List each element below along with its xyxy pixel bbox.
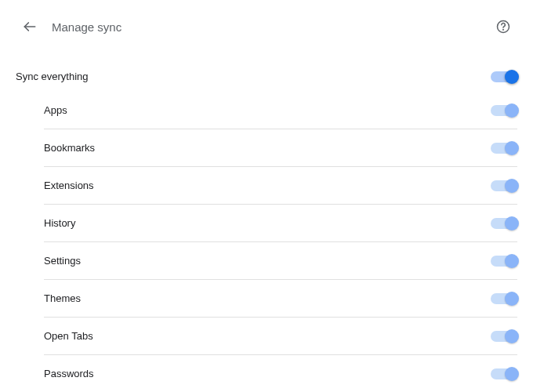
sync-everything-row: Sync everything (16, 61, 517, 92)
help-button[interactable] (489, 13, 517, 41)
sync-item-toggle[interactable] (491, 143, 517, 154)
sync-item-label: History (44, 217, 75, 229)
sync-item-bookmarks: Bookmarks (44, 129, 517, 167)
sync-item-apps: Apps (44, 92, 517, 129)
sync-item-toggle[interactable] (491, 256, 517, 267)
sync-item-extensions: Extensions (44, 167, 517, 205)
arrow-back-icon (22, 19, 38, 34)
sync-settings: Sync everything Apps Bookmarks Extension… (0, 53, 533, 392)
page-title: Manage sync (52, 20, 121, 34)
sync-item-label: Apps (44, 104, 67, 116)
sync-item-toggle[interactable] (491, 180, 517, 191)
sync-item-label: Bookmarks (44, 142, 95, 154)
sync-item-label: Passwords (44, 368, 94, 379)
sync-item-label: Open Tabs (44, 330, 93, 342)
sync-item-toggle[interactable] (491, 368, 517, 379)
sync-item-toggle[interactable] (491, 105, 517, 116)
sync-item-toggle[interactable] (491, 293, 517, 304)
page-header: Manage sync (0, 0, 533, 53)
sync-item-toggle[interactable] (491, 331, 517, 342)
sync-everything-toggle[interactable] (491, 71, 517, 82)
sync-item-history: History (44, 205, 517, 242)
sync-item-themes: Themes (44, 280, 517, 318)
sync-item-passwords: Passwords (44, 355, 517, 392)
sync-item-label: Settings (44, 255, 81, 267)
sync-item-open-tabs: Open Tabs (44, 318, 517, 355)
svg-point-2 (503, 29, 504, 30)
sync-item-label: Themes (44, 292, 81, 304)
sync-item-toggle[interactable] (491, 218, 517, 229)
sync-everything-label: Sync everything (16, 71, 89, 82)
sync-items-list: Apps Bookmarks Extensions History Settin… (16, 92, 517, 392)
back-button[interactable] (16, 13, 44, 41)
help-icon (496, 20, 510, 34)
sync-item-label: Extensions (44, 180, 94, 191)
sync-item-settings: Settings (44, 242, 517, 280)
